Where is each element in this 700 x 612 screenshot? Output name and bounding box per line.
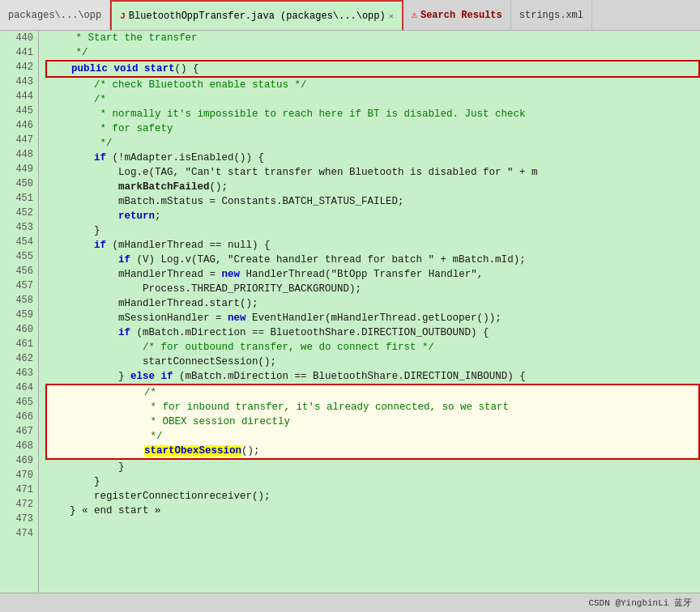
table-row: if (mBatch.mDirection == BluetoothShare.… — [45, 325, 700, 340]
table-row: if (mHandlerThread == null) { — [45, 238, 700, 253]
table-row: } else if (mBatch.mDirection == Bluetoot… — [45, 369, 700, 384]
tab-packages-opp[interactable]: packages\...\opp — [0, 0, 110, 30]
line-number: 443 — [5, 74, 33, 89]
tab-bluetooth-opp[interactable]: J BluetoothOppTransfer.java (packages\..… — [110, 0, 403, 30]
line-number: 459 — [5, 308, 33, 322]
java-icon: J — [120, 11, 126, 21]
line-numbers: 4404414424434444454464474484494504514524… — [0, 31, 39, 593]
tab-bar: packages\...\opp J BluetoothOppTransfer.… — [0, 0, 700, 31]
line-number: 464 — [5, 380, 33, 395]
line-number: 472 — [5, 497, 33, 512]
table-row: mHandlerThread.start(); — [45, 296, 700, 311]
search-icon: ⚠ — [412, 9, 417, 21]
line-number: 462 — [5, 351, 33, 366]
line-number: 441 — [5, 45, 33, 60]
line-number: 456 — [5, 264, 33, 278]
table-row: /* for outbound transfer, we do connect … — [45, 340, 700, 355]
table-row: markBatchFailed(); — [45, 180, 700, 194]
line-number: 444 — [5, 89, 33, 104]
line-number: 466 — [5, 410, 33, 424]
table-row: */ — [45, 136, 700, 151]
table-row: startObexSession(); — [45, 444, 700, 460]
line-number: 460 — [5, 322, 33, 337]
table-row: mSessionHandler = new EventHandler(mHand… — [45, 311, 700, 325]
line-number: 474 — [5, 526, 33, 541]
line-number: 473 — [5, 512, 33, 526]
line-number: 450 — [5, 176, 33, 191]
table-row: */ — [45, 429, 700, 444]
tab-search-results[interactable]: ⚠ Search Results — [403, 0, 511, 30]
line-number: 442 — [5, 60, 33, 74]
line-number: 455 — [5, 249, 33, 264]
table-row: if (!mAdapter.isEnabled()) { — [45, 151, 700, 165]
table-row: * for inbound transfer, it's already con… — [45, 400, 700, 414]
line-number: 445 — [5, 104, 33, 118]
line-number: 465 — [5, 395, 33, 410]
line-number: 448 — [5, 147, 33, 162]
tab-strings-xml[interactable]: strings.xml — [511, 0, 592, 30]
tab-close-icon[interactable]: ✕ — [389, 11, 394, 21]
line-number: 469 — [5, 453, 33, 468]
table-row: Log.e(TAG, "Can't start transfer when Bl… — [45, 165, 700, 180]
line-number: 440 — [5, 31, 33, 45]
table-row: registerConnectionreceiver(); — [45, 489, 700, 504]
table-row: if (V) Log.v(TAG, "Create handler thread… — [45, 253, 700, 267]
table-row: * OBEX session directly — [45, 414, 700, 429]
line-number: 471 — [5, 482, 33, 497]
editor: 4404414424434444454464474484494504514524… — [0, 31, 700, 593]
table-row: /* — [45, 92, 700, 107]
table-row: return; — [45, 209, 700, 223]
line-number: 453 — [5, 220, 33, 235]
line-number: 467 — [5, 424, 33, 439]
table-row: * Start the transfer — [45, 31, 700, 45]
table-row: } — [45, 460, 700, 474]
table-row: public void start() { — [45, 60, 700, 78]
tab-label: strings.xml — [519, 10, 583, 21]
line-number: 449 — [5, 162, 33, 176]
table-row: * normally it's impossible to reach here… — [45, 107, 700, 121]
tab-label: Search Results — [420, 10, 502, 21]
line-number: 446 — [5, 118, 33, 133]
table-row: } — [45, 474, 700, 489]
table-row: Process.THREAD_PRIORITY_BACKGROUND); — [45, 282, 700, 296]
status-bar: CSDN @YingbinLi 蓝牙 — [0, 593, 700, 612]
tab-label: BluetoothOppTransfer.java (packages\...\… — [129, 11, 386, 22]
line-number: 458 — [5, 293, 33, 308]
line-number: 447 — [5, 133, 33, 147]
table-row: */ — [45, 45, 700, 60]
line-number: 457 — [5, 278, 33, 293]
table-row: mBatch.mStatus = Constants.BATCH_STATUS_… — [45, 194, 700, 209]
tab-label: packages\...\opp — [8, 10, 101, 21]
code-content[interactable]: * Start the transfer */ public void star… — [39, 31, 700, 593]
table-row: startConnectSession(); — [45, 355, 700, 369]
table-row: /* check Bluetooth enable status */ — [45, 78, 700, 92]
line-number: 451 — [5, 191, 33, 206]
line-number: 468 — [5, 439, 33, 453]
line-number: 461 — [5, 337, 33, 351]
status-text: CSDN @YingbinLi 蓝牙 — [588, 597, 692, 609]
table-row: } — [45, 223, 700, 238]
table-row: } « end start » — [45, 504, 700, 518]
line-number: 452 — [5, 206, 33, 220]
code-area[interactable]: 4404414424434444454464474484494504514524… — [0, 31, 700, 593]
line-number: 463 — [5, 366, 33, 380]
table-row: mHandlerThread = new HandlerThread("BtOp… — [45, 267, 700, 282]
line-number: 454 — [5, 235, 33, 249]
table-row: /* — [45, 384, 700, 400]
table-row: * for safety — [45, 121, 700, 136]
line-number: 470 — [5, 468, 33, 482]
